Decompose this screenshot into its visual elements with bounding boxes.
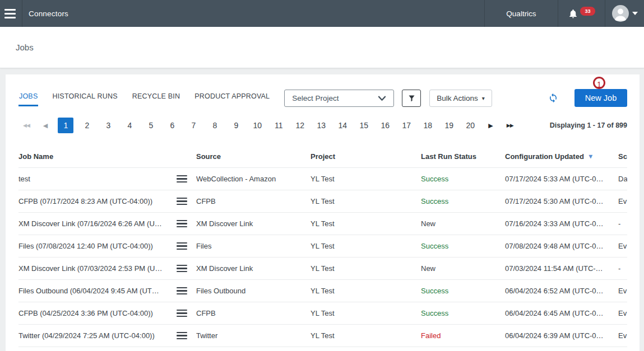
page-button[interactable]: 18 [420,118,435,133]
page-button[interactable]: 16 [377,118,393,133]
annotation-step-1-badge: 1 [593,77,605,89]
job-project: YL Test [311,197,421,205]
job-name: Files (07/08/2024 12:40 PM (UTC-04:00)) [18,242,175,250]
user-menu[interactable] [605,0,644,27]
job-updated: 07/03/2024 11:54 AM (UTC-… [505,264,618,273]
project-select[interactable]: Select Project [284,90,394,107]
next-page-button[interactable]: ▶ [485,122,496,129]
page-button[interactable]: 9 [228,118,244,133]
job-updated: 07/16/2024 3:33 AM (UTC-0… [505,219,618,228]
pagination: ◀◀ ◀ 1 2 3 4 5 6 7 8 9 10 [18,118,627,133]
page-button[interactable]: 2 [79,118,95,133]
job-name: XM Discover Link (07/03/2024 2:53 PM (U… [18,264,175,273]
page-header: Jobs [0,27,644,68]
page-button[interactable]: 7 [186,118,201,133]
page-button[interactable]: 4 [122,118,137,133]
pagination-summary: Displaying 1 - 17 of 899 [550,121,627,129]
table-row: Files (07/08/2024 12:40 PM (UTC-04:00)) … [18,235,627,258]
bulk-actions-label: Bulk Actions [437,94,478,102]
page-button[interactable]: 19 [441,118,457,133]
row-menu-icon[interactable] [177,331,189,340]
column-configuration-updated[interactable]: Configuration Updated ▾ [505,152,618,161]
row-menu-icon[interactable] [177,309,189,318]
app-title: Connectors [29,10,68,18]
tab[interactable]: RECYCLE BIN [132,90,181,106]
job-source: Files Outbound [196,287,311,295]
job-name: XM Discover Link (07/16/2024 6:26 AM (U… [18,219,175,228]
filter-button[interactable] [402,90,421,107]
row-menu-icon[interactable] [177,197,189,206]
page-button[interactable]: 15 [356,118,372,133]
hamburger-menu-icon[interactable] [3,6,17,21]
new-job-button[interactable]: New Job [574,89,627,107]
job-source: WebCollection - Amazon [196,175,311,183]
bulk-actions-caret-icon: ▾ [482,95,485,101]
job-schedule: Ev [618,197,627,205]
job-schedule: - [618,264,627,273]
page-button[interactable]: 20 [462,118,478,133]
page-button[interactable]: 12 [292,118,308,133]
table-row: CFPB (04/25/2024 3:36 PM (UTC-04:00)) CF… [18,302,627,325]
bulk-actions-button[interactable]: Bulk Actions ▾ [429,90,492,107]
job-name: CFPB (04/25/2024 3:36 PM (UTC-04:00)) [18,309,175,317]
page-button[interactable]: 1 [58,118,73,133]
job-updated: 06/04/2024 6:52 AM (UTC-0… [505,287,618,295]
tab[interactable]: HISTORICAL RUNS [52,90,118,106]
last-page-button[interactable]: ▶▶ [503,123,517,128]
refresh-button[interactable] [548,93,558,103]
job-source: XM Discover Link [196,219,311,228]
table-row: XM Discover Link (07/03/2024 2:53 PM (U…… [18,258,627,280]
job-status: New [421,264,505,273]
page-button[interactable]: 6 [164,118,180,133]
topbar-right: Qualtrics 33 [484,0,644,27]
page-button[interactable]: 3 [100,118,116,133]
page-button[interactable]: 14 [335,118,350,133]
job-name: test [18,175,175,183]
column-source: Source [196,152,311,161]
notifications-button[interactable]: 33 [558,0,605,27]
job-source: Twitter [196,331,311,340]
row-menu-icon[interactable] [177,264,189,273]
page-button[interactable]: 5 [143,118,159,133]
job-schedule: Ev [618,287,627,295]
tab[interactable]: JOBS [18,90,38,106]
row-menu-icon[interactable] [177,175,189,184]
topbar: Connectors Qualtrics 33 [0,0,644,27]
table-row: Twitter (04/29/2024 7:25 AM (UTC-04:00))… [18,325,627,347]
job-project: YL Test [311,309,421,317]
job-updated: 07/17/2024 5:30 AM (UTC-0… [505,197,618,205]
bell-icon [568,8,578,19]
column-job-name: Job Name [18,152,196,161]
jobs-panel: JOBS HISTORICAL RUNS RECYCLE BIN PRODUCT… [6,74,640,351]
page-button[interactable]: 10 [249,118,265,133]
job-project: YL Test [311,287,421,295]
job-source: CFPB [196,309,311,317]
job-updated: 06/04/2024 6:39 AM (UTC-0… [505,331,618,340]
page-button[interactable]: 17 [399,118,414,133]
page-button[interactable]: 13 [313,118,329,133]
table-row: XM Discover Link (07/16/2024 6:26 AM (U…… [18,213,627,235]
job-project: YL Test [311,331,421,340]
job-status: Success [421,197,505,205]
job-project: YL Test [311,219,421,228]
row-menu-icon[interactable] [177,287,189,296]
avatar [612,5,629,22]
page-button[interactable]: 11 [271,118,286,133]
job-updated: 07/17/2024 5:33 AM (UTC-0… [505,175,618,183]
job-source: XM Discover Link [196,264,311,273]
tab[interactable]: PRODUCT APPROVAL [194,90,270,106]
row-menu-icon[interactable] [177,242,189,251]
previous-page-button[interactable]: ◀ [40,122,51,129]
first-page-button[interactable]: ◀◀ [20,123,33,128]
job-project: YL Test [311,175,421,183]
job-updated: 07/08/2024 9:48 AM (UTC-0… [505,242,618,250]
project-select-value: Select Project [292,94,378,102]
page-button[interactable]: 8 [207,118,223,133]
refresh-icon [548,93,558,103]
job-source: Files [196,242,311,250]
job-source: CFPB [196,197,311,205]
brand-menu[interactable]: Qualtrics [484,0,558,27]
job-status: Success [421,309,505,317]
topbar-left: Connectors [0,0,68,27]
row-menu-icon[interactable] [177,219,189,228]
